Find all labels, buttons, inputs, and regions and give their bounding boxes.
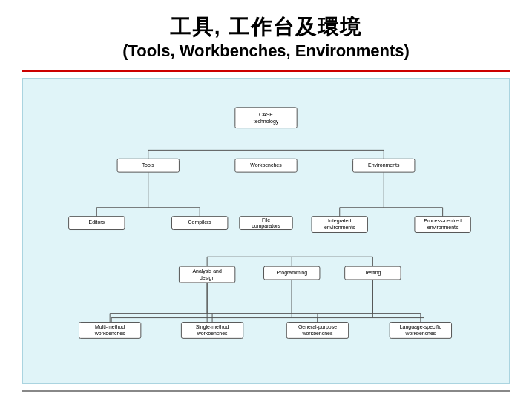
label-testing: Testing [364, 270, 381, 276]
bottom-divider [22, 390, 510, 392]
label-editors: Editors [89, 220, 105, 225]
label-multi2: workbenches [94, 331, 125, 336]
label-case: CASE [259, 112, 273, 117]
label-prog: Programming [276, 270, 307, 276]
label-file2: comparators [252, 223, 280, 229]
title-english: (Tools, Workbenches, Environments) [22, 42, 510, 61]
label-workbenches: Workbenches [250, 162, 282, 168]
label-single2: workbenches [197, 331, 228, 336]
node-case [235, 108, 297, 128]
label-proc1: Process-centred [424, 218, 462, 223]
label-multi1: Multi-method [95, 324, 125, 329]
title-area: 工具, 工作台及環境 (Tools, Workbenches, Environm… [22, 13, 510, 61]
red-divider [22, 70, 510, 72]
label-int2: environments [324, 225, 355, 230]
label-ana1: Analysis and [192, 268, 221, 274]
diagram-area: CASE technology Tools Workbenches Enviro… [22, 78, 510, 384]
label-single1: Single-method [196, 324, 229, 330]
label-ana2: design [200, 275, 215, 281]
label-lang2: workbenches [404, 331, 436, 336]
label-lang1: Language-specific [400, 324, 442, 330]
label-tools: Tools [142, 162, 155, 168]
label-gen1: General-purpose [298, 324, 337, 330]
label-case2: technology [254, 119, 279, 125]
label-gen2: workbenches [302, 331, 333, 336]
label-int1: Integrated [328, 218, 351, 224]
page: 工具, 工作台及環境 (Tools, Workbenches, Environm… [0, 0, 532, 399]
label-environments: Environments [368, 162, 400, 168]
label-file1: File [262, 217, 270, 222]
label-proc2: environments [427, 225, 459, 230]
diagram-svg: CASE technology Tools Workbenches Enviro… [30, 86, 502, 376]
label-compilers: Compilers [188, 220, 212, 225]
title-chinese: 工具, 工作台及環境 [22, 13, 510, 42]
